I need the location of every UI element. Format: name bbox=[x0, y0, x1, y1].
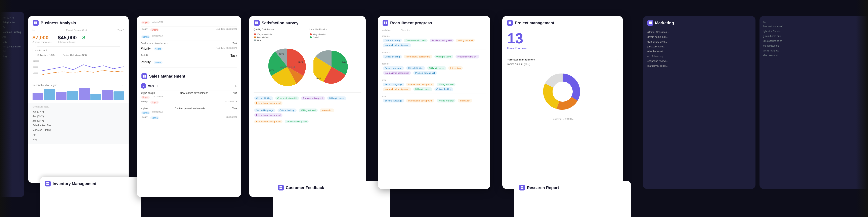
table-header-total: Total F bbox=[118, 29, 124, 31]
month-item: Jan (CNY) bbox=[33, 114, 124, 119]
is-plan-name: is plan bbox=[141, 107, 148, 110]
urgent-badge-1: Urgent bbox=[141, 21, 150, 24]
mark-label: Si bbox=[235, 85, 237, 87]
month-item: Jan (CNY) bbox=[33, 119, 124, 123]
loan-chart-svg: 120000 80000 40000 bbox=[33, 59, 124, 79]
rec-row-2: records Critical thinking International … bbox=[382, 50, 486, 61]
customer-feedback-card: Customer Feedback bbox=[273, 181, 390, 217]
pm-options[interactable]: ··· bbox=[617, 59, 618, 61]
legend-label-very-dissatisfied: Very dissatisfied bbox=[257, 33, 273, 36]
svg-rect-45 bbox=[649, 22, 650, 23]
survey-legends: Very dissatisfied Dissatisfied N/A Very … bbox=[249, 33, 366, 44]
bar-7 bbox=[102, 90, 113, 100]
priority-row-1: Priority: Urgent End date: 02/02/2021 bbox=[141, 27, 237, 33]
marketing-card: Marketing gifts for Christmas... g from … bbox=[643, 16, 755, 189]
svg-rect-43 bbox=[521, 188, 522, 189]
tag-intl-r1: International background bbox=[383, 43, 411, 47]
svg-rect-3 bbox=[36, 23, 37, 24]
tag-comm-r1: Communication skill bbox=[404, 38, 428, 42]
plan-priority-badge: Normal bbox=[150, 116, 159, 119]
svg-rect-48 bbox=[650, 23, 652, 24]
tag-second-r4: Second language bbox=[383, 83, 404, 86]
tag-critical-r2: Critical thinking bbox=[383, 55, 402, 59]
tag-critical-r1: Critical thinking bbox=[383, 38, 402, 42]
bar-5 bbox=[79, 88, 90, 100]
left-fade-overlay bbox=[0, 0, 12, 217]
plan-badges: Normal 02/03/2021 bbox=[141, 111, 237, 115]
right-edge-item-6: job application: bbox=[763, 43, 868, 48]
tag-willing2-r4: Willing to travel bbox=[413, 87, 432, 91]
survey-tags-3: International background Problem solving… bbox=[249, 118, 366, 125]
svg-rect-35 bbox=[385, 23, 387, 24]
svg-rect-14 bbox=[143, 75, 144, 76]
svg-rect-15 bbox=[145, 75, 146, 76]
tag-willing-2: Willing to travel bbox=[299, 108, 318, 112]
inventory-card: Inventory Management bbox=[40, 177, 141, 217]
tag-intlbg-r4: International background bbox=[406, 83, 434, 86]
legend-na: N/A bbox=[254, 39, 305, 41]
month-item: Apr bbox=[33, 132, 124, 137]
month-list-label: Month and seas... bbox=[33, 105, 124, 108]
month-list: Jan (CNY) Jan (CNY) Jan (CNY) Feb (Lante… bbox=[33, 110, 124, 142]
svg-text:40000: 40000 bbox=[33, 72, 38, 74]
task-8-right: Task bbox=[230, 54, 237, 58]
items-purchased-number: 13 bbox=[502, 28, 623, 46]
research-report-card: Research Report bbox=[515, 181, 631, 217]
legend-right: Very dissatisf... Satisf... bbox=[310, 33, 361, 42]
legend-dot-very-dissatisfied bbox=[254, 33, 256, 35]
rec-header-strengths: Strengths bbox=[401, 29, 410, 31]
new-feature-dev: New feature development bbox=[180, 92, 208, 94]
pie-chart-2: Satis... N/A% bbox=[313, 46, 350, 87]
receivables-filter-icon[interactable]: ··· bbox=[122, 84, 124, 86]
iotype-urgent-badge: Urgent bbox=[141, 96, 150, 99]
metric-payable: $45,000 Total payable cost bbox=[58, 35, 77, 43]
pie-chart-1: Very Dissatisfied N/A% N/A% N/A% bbox=[265, 46, 309, 87]
legend-satisfied-r: Satisf... bbox=[310, 36, 361, 38]
legend-very-dissatisfied: Very dissatisfied bbox=[254, 33, 305, 36]
svg-rect-10 bbox=[46, 182, 48, 183]
chart-legend-project: Project Collections (US$) bbox=[58, 53, 87, 57]
metric-receivables-label: Amount of receiva... bbox=[33, 41, 52, 43]
marketing-line-4: job applications: bbox=[647, 44, 751, 49]
plan-normal-badge: Normal bbox=[141, 111, 150, 114]
legend-very-dissatisfied-r: Very dissatisf... bbox=[310, 33, 361, 36]
sales-task-section: Urgent 02/03/2021 Priority: Urgent End d… bbox=[136, 16, 241, 66]
priority-label-2: Priority: bbox=[141, 47, 152, 51]
metric-receivables: $7,000 Amount of receiva... bbox=[33, 35, 52, 43]
svg-rect-46 bbox=[650, 22, 652, 23]
legend-dot-r1 bbox=[310, 33, 312, 35]
business-analysis-content: les Project Payable Cost Total F $7,000 … bbox=[28, 28, 129, 100]
svg-text:N/A%: N/A% bbox=[316, 77, 321, 79]
task-row-urgent-top: Urgent 02/03/2021 bbox=[141, 19, 237, 27]
rec-row3-level: records bbox=[382, 62, 486, 65]
svg-rect-20 bbox=[255, 23, 256, 24]
rec-row-3: records Second language Critical thinkin… bbox=[382, 61, 486, 77]
marketing-line-5: effective subst... bbox=[647, 49, 751, 54]
table-header-cost: Project Payable Cost bbox=[37, 29, 116, 31]
receivables-bar-chart bbox=[33, 88, 124, 100]
invoice-row: Invoice Amount (76...) bbox=[507, 63, 618, 65]
usability-dist-label: Usability Distribu... bbox=[309, 28, 361, 31]
svg-rect-42 bbox=[522, 186, 523, 187]
bar-3 bbox=[56, 92, 66, 100]
svg-rect-37 bbox=[510, 22, 512, 23]
rec-row-1: records Critical thinking Communication … bbox=[382, 33, 486, 50]
tag-intlbg-r5: International background bbox=[406, 99, 434, 102]
quality-dist-label: Quality Distribution bbox=[254, 28, 305, 31]
tag-critical-r3: Critical thinking bbox=[406, 66, 425, 70]
metric-payable-value: $45,000 bbox=[58, 35, 77, 41]
tag-intlbg-r3: International background bbox=[383, 71, 411, 75]
iotype-end-date: 02/02/2021 bbox=[223, 100, 234, 104]
legend-left: Very dissatisfied Dissatisfied N/A bbox=[254, 33, 305, 42]
rec-header-candidate: andidate bbox=[382, 29, 398, 31]
tag-problem-r1: Problem solving skill bbox=[430, 38, 454, 42]
purchase-mgmt-label: Purchase Management bbox=[507, 58, 535, 61]
priority-label-1: Priority: bbox=[141, 28, 148, 32]
right-edge-item-3: rights for Christm. bbox=[763, 29, 868, 34]
survey-tags-2: Second language Critical thinking Willin… bbox=[249, 107, 366, 118]
tag-problem-r2: Problem solving skill bbox=[456, 55, 479, 59]
task-8-label: Task 8 bbox=[141, 54, 148, 58]
svg-rect-29 bbox=[281, 186, 282, 187]
svg-rect-32 bbox=[384, 22, 385, 23]
tag-travel-r1: Willing to travel bbox=[456, 38, 475, 42]
